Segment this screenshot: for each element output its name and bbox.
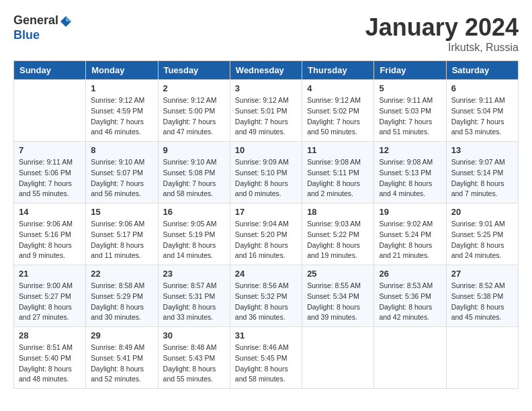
calendar-cell: 2Sunrise: 9:12 AMSunset: 5:00 PMDaylight… [158, 80, 230, 142]
calendar-cell: 12Sunrise: 9:08 AMSunset: 5:13 PMDayligh… [374, 142, 446, 203]
day-number: 7 [19, 145, 81, 155]
calendar-cell: 3Sunrise: 9:12 AMSunset: 5:01 PMDaylight… [230, 80, 302, 142]
day-number: 30 [163, 330, 225, 340]
day-info: Sunrise: 8:53 AMSunset: 5:36 PMDaylight:… [379, 281, 441, 323]
day-number: 12 [379, 145, 441, 155]
day-info: Sunrise: 9:08 AMSunset: 5:13 PMDaylight:… [379, 157, 441, 199]
day-number: 3 [235, 83, 297, 93]
calendar-week-row: 21Sunrise: 9:00 AMSunset: 5:27 PMDayligh… [14, 265, 519, 327]
month-title: January 2024 [365, 13, 519, 42]
day-info: Sunrise: 9:03 AMSunset: 5:22 PMDaylight:… [307, 219, 369, 261]
calendar-cell: 17Sunrise: 9:04 AMSunset: 5:20 PMDayligh… [230, 203, 302, 265]
day-info: Sunrise: 9:11 AMSunset: 5:04 PMDaylight:… [451, 95, 513, 138]
calendar-cell: 23Sunrise: 8:57 AMSunset: 5:31 PMDayligh… [158, 265, 230, 327]
col-header-sunday: Sunday [14, 61, 86, 80]
day-number: 4 [307, 83, 369, 93]
day-number: 1 [91, 83, 152, 93]
calendar-cell: 7Sunrise: 9:11 AMSunset: 5:06 PMDaylight… [14, 142, 86, 203]
day-info: Sunrise: 9:07 AMSunset: 5:14 PMDaylight:… [451, 157, 513, 199]
day-info: Sunrise: 9:06 AMSunset: 5:16 PMDaylight:… [19, 219, 81, 261]
day-number: 23 [163, 269, 225, 279]
day-info: Sunrise: 9:12 AMSunset: 5:01 PMDaylight:… [235, 95, 297, 138]
day-number: 19 [379, 207, 441, 217]
day-info: Sunrise: 9:04 AMSunset: 5:20 PMDaylight:… [235, 219, 297, 261]
day-info: Sunrise: 9:06 AMSunset: 5:17 PMDaylight:… [91, 219, 152, 261]
calendar-cell: 21Sunrise: 9:00 AMSunset: 5:27 PMDayligh… [14, 265, 86, 327]
day-number: 11 [307, 145, 369, 155]
logo-text: General Blue [13, 13, 73, 42]
day-info: Sunrise: 9:01 AMSunset: 5:25 PMDaylight:… [451, 219, 513, 261]
day-info: Sunrise: 9:12 AMSunset: 5:00 PMDaylight:… [163, 95, 225, 138]
logo-general: General [13, 13, 58, 27]
day-info: Sunrise: 8:56 AMSunset: 5:32 PMDaylight:… [235, 281, 297, 323]
calendar-cell: 1Sunrise: 9:12 AMSunset: 4:59 PMDaylight… [86, 80, 158, 142]
logo-blue: Blue [13, 28, 40, 42]
calendar-cell: 19Sunrise: 9:02 AMSunset: 5:24 PMDayligh… [374, 203, 446, 265]
col-header-monday: Monday [86, 61, 158, 80]
title-area: January 2024 Irkutsk, Russia [365, 13, 519, 54]
col-header-friday: Friday [374, 61, 446, 80]
calendar-cell: 14Sunrise: 9:06 AMSunset: 5:16 PMDayligh… [14, 203, 86, 265]
calendar-cell: 13Sunrise: 9:07 AMSunset: 5:14 PMDayligh… [446, 142, 518, 203]
calendar-cell [302, 327, 374, 389]
day-info: Sunrise: 9:11 AMSunset: 5:06 PMDaylight:… [19, 157, 81, 199]
day-info: Sunrise: 9:11 AMSunset: 5:03 PMDaylight:… [379, 95, 441, 138]
day-number: 2 [163, 83, 225, 93]
calendar-cell: 16Sunrise: 9:05 AMSunset: 5:19 PMDayligh… [158, 203, 230, 265]
calendar-cell: 22Sunrise: 8:58 AMSunset: 5:29 PMDayligh… [86, 265, 158, 327]
day-number: 5 [379, 83, 441, 93]
day-number: 27 [451, 269, 513, 279]
day-number: 13 [451, 145, 513, 155]
col-header-wednesday: Wednesday [230, 61, 302, 80]
day-info: Sunrise: 9:09 AMSunset: 5:10 PMDaylight:… [235, 157, 297, 199]
day-number: 24 [235, 269, 297, 279]
calendar-header-row: SundayMondayTuesdayWednesdayThursdayFrid… [14, 61, 519, 80]
day-info: Sunrise: 8:46 AMSunset: 5:45 PMDaylight:… [235, 342, 297, 385]
day-number: 26 [379, 269, 441, 279]
calendar-cell: 5Sunrise: 9:11 AMSunset: 5:03 PMDaylight… [374, 80, 446, 142]
col-header-tuesday: Tuesday [158, 61, 230, 80]
day-number: 22 [91, 269, 152, 279]
svg-marker-1 [66, 16, 71, 21]
calendar-cell: 18Sunrise: 9:03 AMSunset: 5:22 PMDayligh… [302, 203, 374, 265]
day-number: 16 [163, 207, 225, 217]
day-number: 28 [19, 330, 81, 340]
calendar-cell: 4Sunrise: 9:12 AMSunset: 5:02 PMDaylight… [302, 80, 374, 142]
day-number: 14 [19, 207, 81, 217]
calendar-week-row: 14Sunrise: 9:06 AMSunset: 5:16 PMDayligh… [14, 203, 519, 265]
calendar-cell: 15Sunrise: 9:06 AMSunset: 5:17 PMDayligh… [86, 203, 158, 265]
calendar-cell: 6Sunrise: 9:11 AMSunset: 5:04 PMDaylight… [446, 80, 518, 142]
day-number: 9 [163, 145, 225, 155]
logo-icon [59, 15, 73, 28]
day-info: Sunrise: 9:05 AMSunset: 5:19 PMDaylight:… [163, 219, 225, 261]
day-info: Sunrise: 8:55 AMSunset: 5:34 PMDaylight:… [307, 281, 369, 323]
calendar-week-row: 7Sunrise: 9:11 AMSunset: 5:06 PMDaylight… [14, 142, 519, 203]
day-number: 31 [235, 330, 297, 340]
calendar-cell [14, 80, 86, 142]
calendar-cell [446, 327, 518, 389]
calendar-cell: 29Sunrise: 8:49 AMSunset: 5:41 PMDayligh… [86, 327, 158, 389]
calendar-cell: 20Sunrise: 9:01 AMSunset: 5:25 PMDayligh… [446, 203, 518, 265]
calendar-cell: 8Sunrise: 9:10 AMSunset: 5:07 PMDaylight… [86, 142, 158, 203]
col-header-thursday: Thursday [302, 61, 374, 80]
day-info: Sunrise: 8:58 AMSunset: 5:29 PMDaylight:… [91, 281, 152, 323]
logo: General Blue [13, 13, 73, 42]
calendar-cell: 31Sunrise: 8:46 AMSunset: 5:45 PMDayligh… [230, 327, 302, 389]
day-info: Sunrise: 8:49 AMSunset: 5:41 PMDaylight:… [91, 342, 152, 385]
day-info: Sunrise: 8:57 AMSunset: 5:31 PMDaylight:… [163, 281, 225, 323]
day-number: 21 [19, 269, 81, 279]
calendar-cell: 24Sunrise: 8:56 AMSunset: 5:32 PMDayligh… [230, 265, 302, 327]
day-number: 10 [235, 145, 297, 155]
day-info: Sunrise: 9:12 AMSunset: 4:59 PMDaylight:… [91, 95, 152, 138]
day-number: 20 [451, 207, 513, 217]
calendar-cell: 30Sunrise: 8:48 AMSunset: 5:43 PMDayligh… [158, 327, 230, 389]
day-number: 15 [91, 207, 152, 217]
day-number: 8 [91, 145, 152, 155]
day-info: Sunrise: 9:00 AMSunset: 5:27 PMDaylight:… [19, 281, 81, 323]
col-header-saturday: Saturday [446, 61, 518, 80]
calendar-cell: 27Sunrise: 8:52 AMSunset: 5:38 PMDayligh… [446, 265, 518, 327]
calendar-cell: 25Sunrise: 8:55 AMSunset: 5:34 PMDayligh… [302, 265, 374, 327]
calendar-table: SundayMondayTuesdayWednesdayThursdayFrid… [13, 60, 519, 389]
page-header: General Blue January 2024 Irkutsk, Russi… [13, 13, 519, 54]
calendar-cell: 28Sunrise: 8:51 AMSunset: 5:40 PMDayligh… [14, 327, 86, 389]
